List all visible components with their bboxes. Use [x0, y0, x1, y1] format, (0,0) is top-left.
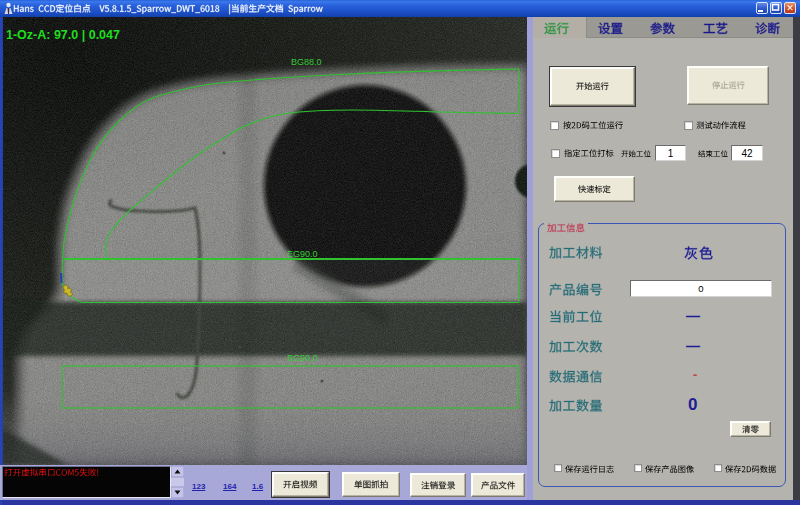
svg-text:BG90.0: BG90.0 — [287, 353, 318, 363]
svg-text:1-Oz-A: 97.0 | 0.047: 1-Oz-A: 97.0 | 0.047 — [6, 28, 120, 42]
svg-text:BG88.0: BG88.0 — [291, 57, 322, 67]
svg-text:EG90.0: EG90.0 — [287, 249, 318, 259]
